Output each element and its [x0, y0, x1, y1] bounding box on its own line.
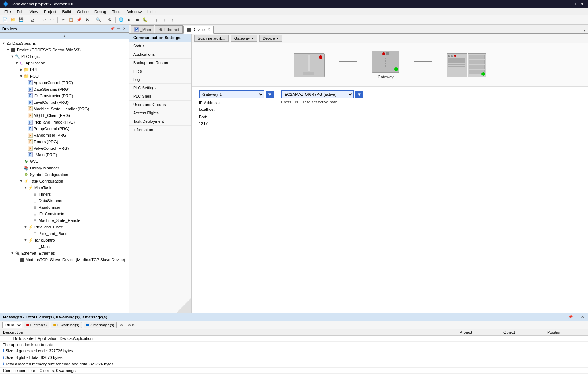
stop-button[interactable]: ⏹	[134, 16, 141, 24]
device-select-arrow-btn[interactable]: ▼	[355, 91, 363, 98]
nav-applications[interactable]: Applications	[129, 50, 191, 59]
tree-node-randomiser[interactable]: F Randomiser (PRG)	[0, 132, 129, 138]
tree-node-device[interactable]: ▼ ⬛ Device (CODESYS Control Win V3)	[0, 47, 129, 53]
tree-node-gvl[interactable]: G GVL	[0, 158, 129, 165]
close-button[interactable]: ✕	[579, 1, 585, 7]
paste-button[interactable]: 📌	[76, 16, 83, 24]
step-over-button[interactable]: ⤵	[153, 16, 160, 24]
nav-log[interactable]: Log	[129, 75, 191, 84]
tree-node-pou[interactable]: ▼ 📁 POU	[0, 73, 129, 79]
nav-files[interactable]: Files	[129, 67, 191, 75]
nav-plc-shell[interactable]: PLC Shell	[129, 92, 191, 101]
gateway-dropdown[interactable]: Gateway ▼	[231, 35, 257, 42]
menu-edit[interactable]: Edit	[14, 9, 27, 15]
print-button[interactable]: 🖨	[29, 16, 36, 24]
run-button[interactable]: ▶	[125, 16, 133, 24]
devices-close-button[interactable]: ✕	[122, 26, 127, 31]
tab-main[interactable]: P _Main	[131, 25, 154, 33]
tree-node-timers-task[interactable]: ⊞ Timers	[0, 191, 129, 197]
nav-users-groups[interactable]: Users and Groups	[129, 101, 191, 109]
delete-button[interactable]: ✖	[84, 16, 91, 24]
device-select[interactable]: EC2AMAZ-OI6R7PG (active)	[281, 90, 354, 98]
tab-ethernet[interactable]: 🔌 Ethernet	[155, 25, 183, 33]
menu-build[interactable]: Build	[59, 9, 74, 15]
copy-button[interactable]: 📋	[67, 16, 75, 24]
menu-debug[interactable]: Debug	[92, 9, 109, 15]
undo-button[interactable]: ↩	[40, 16, 47, 24]
tree-node-application[interactable]: ▼ ⬡ Application	[0, 60, 129, 66]
tree-node-task-config[interactable]: ▼ ⚡ Task Configuration	[0, 178, 129, 184]
tree-node-mqtt[interactable]: F MQTT_Client (PRG)	[0, 112, 129, 119]
tree-node-modbus[interactable]: ⬛ ModbusTCP_Slave_Device (ModbusTCP Slav…	[0, 256, 129, 263]
gateway-select-arrow-btn[interactable]: ▼	[266, 91, 274, 98]
minimize-button[interactable]: ─	[564, 1, 570, 7]
tree-node-machine-state-task[interactable]: ⊞ Machine_State_Handler	[0, 217, 129, 224]
tree-node-symbol-config[interactable]: ⚙ Symbol Configuration	[0, 171, 129, 178]
tree-node-dut[interactable]: ▶ 📁 DUT	[0, 66, 129, 73]
scan-network-button[interactable]: Scan network...	[194, 35, 229, 42]
nav-comm-settings[interactable]: Communication Settings	[129, 34, 191, 42]
tree-node-timers[interactable]: F Timers (PRG)	[0, 138, 129, 145]
online-button[interactable]: 🌐	[117, 16, 125, 24]
menu-window[interactable]: Window	[124, 9, 144, 15]
menu-online[interactable]: Online	[74, 9, 92, 15]
clear-all-messages-button[interactable]: ✕✕	[126, 322, 136, 328]
tree-node-main-prg[interactable]: P _Main (PRG)	[0, 152, 129, 158]
menu-tools[interactable]: Tools	[109, 9, 124, 15]
tree-node-machine-state[interactable]: F Machine_State_Handler (PRG)	[0, 106, 129, 112]
tree-node-valve-control[interactable]: F ValveControl (PRG)	[0, 145, 129, 152]
tree-scroll-up[interactable]: ▲	[0, 33, 129, 39]
compile-button[interactable]: ⚙	[106, 16, 113, 24]
redo-button[interactable]: ↪	[48, 16, 55, 24]
messages-close-button[interactable]: ✕	[580, 314, 585, 319]
restore-button[interactable]: □	[572, 1, 577, 7]
debug-button[interactable]: 🐛	[142, 16, 149, 24]
nav-plc-settings[interactable]: PLC Settings	[129, 84, 191, 92]
tree-node-main-task[interactable]: ▼ ⚡ MainTask	[0, 184, 129, 191]
new-button[interactable]: 📄	[1, 16, 9, 24]
messages-badge[interactable]: 3 message(s)	[84, 322, 117, 328]
tree-node-id-constructor-task[interactable]: ⊞ ID_Constructor	[0, 211, 129, 217]
errors-badge[interactable]: 0 error(s)	[24, 322, 49, 328]
menu-help[interactable]: Help	[144, 9, 159, 15]
tree-node-pick-place-ref[interactable]: ⊞ Pick_and_Place	[0, 230, 129, 237]
cut-button[interactable]: ✂	[59, 16, 67, 24]
devices-autohide-button[interactable]: ─	[116, 26, 121, 31]
tree-node-randomiser-task[interactable]: ⊞ Randomiser	[0, 204, 129, 211]
tree-node-main-task-ref[interactable]: ⊞ _Main	[0, 243, 129, 250]
menu-file[interactable]: File	[1, 9, 14, 15]
tree-node-datastreams-prg[interactable]: P DataStreams (PRG)	[0, 86, 129, 93]
menu-view[interactable]: View	[27, 9, 41, 15]
tree-node-id-constructor[interactable]: P ID_Constructor (PRG)	[0, 93, 129, 99]
open-button[interactable]: 📂	[9, 16, 17, 24]
step-into-button[interactable]: ↓	[161, 16, 168, 24]
nav-task-deployment[interactable]: Task Deployment	[129, 117, 191, 126]
tree-node-pump-control[interactable]: P PumpControl (PRG)	[0, 125, 129, 132]
tree-node-datastreams[interactable]: ▼ 🗂 DataStreams	[0, 40, 129, 47]
messages-autohide-button[interactable]: ─	[575, 314, 579, 319]
tab-device-close[interactable]: ✕	[208, 28, 210, 31]
device-dropdown[interactable]: Device ▼	[259, 35, 282, 42]
messages-pin-button[interactable]: 📌	[567, 314, 574, 319]
nav-status[interactable]: Status	[129, 42, 191, 50]
warnings-badge[interactable]: 0 warning(s)	[51, 322, 82, 328]
tree-node-tank-control[interactable]: ▼ ⚡ TankControl	[0, 237, 129, 243]
tree-node-datastreams-task[interactable]: ⊞ DataStreams	[0, 197, 129, 204]
tree-node-plc-logic[interactable]: ▼ 🔧 PLC Logic	[0, 53, 129, 60]
tree-node-pick-place-task[interactable]: ▼ ⚡ Pick_and_Place	[0, 224, 129, 230]
find-button[interactable]: 🔍	[95, 16, 102, 24]
tab-overflow-button[interactable]: ▸	[582, 28, 588, 33]
nav-backup-restore[interactable]: Backup and Restore	[129, 59, 191, 67]
tree-node-library-manager[interactable]: 📚 Library Manager	[0, 165, 129, 171]
save-button[interactable]: 💾	[18, 16, 25, 24]
step-out-button[interactable]: ↑	[169, 16, 176, 24]
messages-filter-select[interactable]: Build All	[2, 322, 22, 328]
tab-device[interactable]: ⬛ Device ✕	[183, 26, 214, 34]
tree-node-pick-place[interactable]: P Pick_and_Place (PRG)	[0, 119, 129, 125]
devices-pin-button[interactable]: 📌	[109, 26, 116, 31]
tree-node-ethernet[interactable]: ▼ 🔌 Ethernet (Ethernet)	[0, 250, 129, 256]
clear-messages-button[interactable]: ✕	[118, 322, 125, 328]
tree-node-agitator[interactable]: P AgitatorControl (PRG)	[0, 79, 129, 86]
tree-node-level-control[interactable]: P LevelControl (PRG)	[0, 99, 129, 106]
gateway-select[interactable]: Gateway-1	[199, 90, 264, 98]
